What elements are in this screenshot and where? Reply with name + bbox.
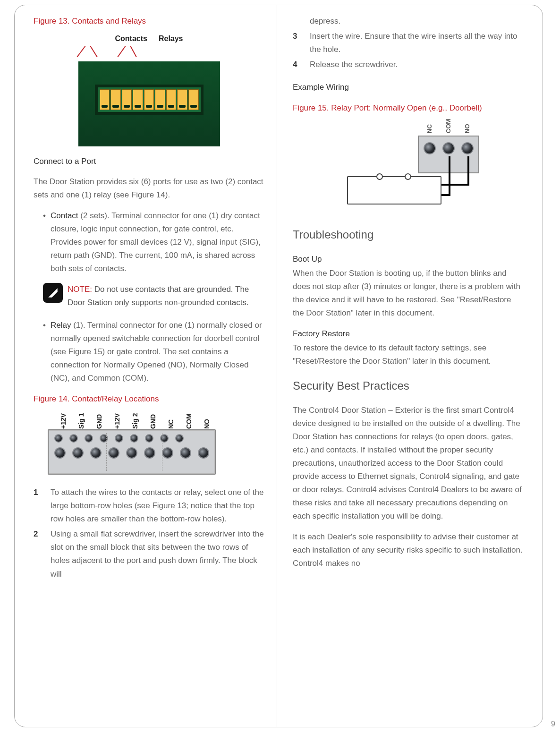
- left-column: Figure 13. Contacts and Relays Contacts …: [34, 15, 264, 717]
- lbl-gnd-a: GND: [86, 411, 105, 429]
- figure-15-device: [347, 176, 441, 205]
- note-text: Do not use contacts that are grounded. T…: [68, 285, 249, 307]
- figure-15: NC COM NO: [333, 119, 484, 214]
- bootup-heading: Boot Up: [293, 253, 524, 266]
- step-3-text: Insert the wire. Ensure that the wire in…: [310, 30, 524, 56]
- step-2-text: Using a small flat screwdriver, insert t…: [51, 528, 264, 580]
- step-1-text: To attach the wires to the contacts or r…: [51, 486, 264, 526]
- lbl-no: NO: [194, 411, 212, 429]
- step-cont-blank: [293, 15, 301, 28]
- lbl-12v-a: +12V: [50, 411, 69, 429]
- bullet-relay: Relay (1). Terminal connector for one (1…: [43, 319, 264, 385]
- note-icon: [43, 283, 63, 303]
- figure-15-caption: Figure 15. Relay Port: Normally Open (e.…: [293, 102, 524, 115]
- connect-to-port-heading: Connect to a Port: [34, 155, 264, 168]
- right-column: depress. 3Insert the wire. Ensure that t…: [293, 15, 524, 717]
- step-4-text: Release the screwdriver.: [310, 58, 524, 71]
- terminal-block-9: [48, 429, 216, 475]
- step-num-2: 2: [34, 528, 42, 580]
- figure-14-caption: Figure 14. Contact/Relay Locations: [34, 392, 264, 406]
- figure-14-labels: +12V Sig 1 GND +12V Sig 2 GND NC COM NO: [48, 410, 218, 429]
- figure-13-labels: Contacts Relays: [34, 33, 264, 45]
- svg-line-2: [118, 46, 126, 57]
- figure-13-photo: [78, 61, 220, 146]
- lbl15-nc: NC: [420, 120, 434, 133]
- label-contacts: Contacts: [115, 33, 147, 45]
- figure-13-arrows: [34, 46, 175, 57]
- note-label: NOTE:: [68, 285, 92, 294]
- bullet-contact: Contact (2 sets). Terminal connector for…: [43, 209, 264, 275]
- note-body: NOTE: Do not use contacts that are groun…: [68, 283, 264, 309]
- relay-text: (1). Terminal connector for one (1) norm…: [51, 321, 262, 383]
- lbl-12v-b: +12V: [104, 411, 123, 429]
- lbl-gnd-b: GND: [140, 411, 159, 429]
- factory-restore-heading: Factory Restore: [293, 327, 524, 341]
- label-relays: Relays: [159, 33, 183, 45]
- steps-cont: depress. 3Insert the wire. Ensure that t…: [293, 15, 524, 71]
- svg-line-1: [90, 46, 97, 57]
- term-relay: Relay: [51, 321, 71, 330]
- term-contact: Contact: [51, 211, 78, 220]
- connect-to-port-paragraph: The Door Station provides six (6) ports …: [34, 175, 264, 202]
- figure-13-caption: Figure 13. Contacts and Relays: [34, 15, 264, 28]
- lbl15-com: COM: [439, 120, 453, 133]
- lbl-sig1: Sig 1: [68, 411, 87, 429]
- example-wiring-heading: Example Wiring: [293, 81, 524, 94]
- security-heading: Security Best Practices: [293, 376, 524, 395]
- svg-line-0: [77, 46, 85, 57]
- page-frame: Figure 13. Contacts and Relays Contacts …: [14, 5, 543, 727]
- contact-text: (2 sets). Terminal connector for one (1)…: [51, 211, 261, 273]
- step-num-3: 3: [293, 30, 301, 56]
- column-divider: [277, 5, 277, 727]
- lbl-sig2: Sig 2: [122, 411, 141, 429]
- troubleshooting-heading: Troubleshooting: [293, 225, 524, 244]
- svg-line-3: [130, 46, 136, 57]
- page-number: 9: [551, 718, 555, 730]
- security-paragraph-1: The Control4 Door Station – Exterior is …: [293, 404, 524, 523]
- pcb-terminal-icon: [95, 85, 204, 115]
- steps-1-2: 1To attach the wires to the contacts or …: [34, 486, 264, 580]
- step-num-4: 4: [293, 58, 301, 71]
- security-paragraph-2: It is each Dealer's sole responsibility …: [293, 530, 524, 570]
- lbl-com: COM: [176, 411, 195, 429]
- step-2-cont: depress.: [310, 15, 524, 28]
- lbl-nc: NC: [158, 411, 177, 429]
- figure-14: +12V Sig 1 GND +12V Sig 2 GND NC COM NO: [48, 410, 218, 475]
- figure-15-labels: NC COM NO: [421, 119, 472, 134]
- note-row: NOTE: Do not use contacts that are groun…: [43, 283, 264, 309]
- lbl15-no: NO: [458, 120, 472, 133]
- step-num-1: 1: [34, 486, 42, 526]
- factory-restore-paragraph: To restore the device to its default fac…: [293, 341, 524, 368]
- bootup-paragraph: When the Door Station is booting up, if …: [293, 267, 524, 320]
